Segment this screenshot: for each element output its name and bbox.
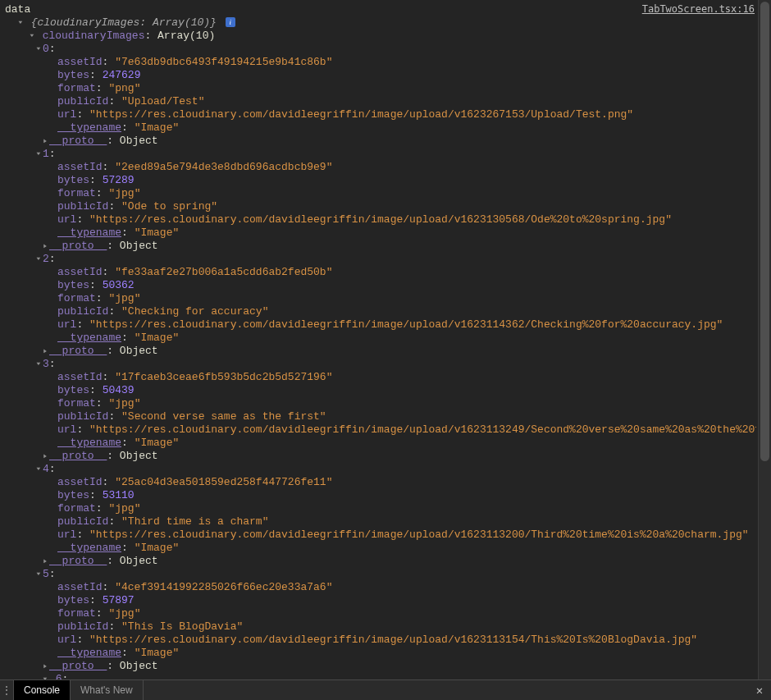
prop-format[interactable]: format: "png" <box>5 82 756 95</box>
prop-typename[interactable]: __typename: "Image" <box>5 332 756 345</box>
chevron-right-icon[interactable] <box>41 660 49 673</box>
prop-publicId[interactable]: publicId: "Checking for accuracy" <box>5 305 756 318</box>
prop-format[interactable]: format: "jpg" <box>5 292 756 305</box>
prop-proto[interactable]: __proto__: Object <box>5 450 756 463</box>
prop-typename[interactable]: __typename: "Image" <box>5 226 756 240</box>
array-index-row[interactable]: 0: <box>5 43 756 56</box>
prop-proto[interactable]: __proto__: Object <box>5 240 756 253</box>
prop-format[interactable]: format: "jpg" <box>5 607 756 620</box>
prop-bytes[interactable]: bytes: 247629 <box>5 69 756 82</box>
chevron-down-icon[interactable] <box>28 30 36 43</box>
close-icon[interactable]: ✕ <box>748 680 771 700</box>
prop-format[interactable]: format: "jpg" <box>5 187 756 200</box>
prop-assetId[interactable]: assetId: "4cef39141992285026f66ec20e33a7… <box>5 581 756 594</box>
root-label[interactable]: data <box>5 3 756 16</box>
devtools-console-output: TabTwoScreen.tsx:16 data {cloudinaryImag… <box>0 0 771 700</box>
chevron-down-icon[interactable] <box>34 43 43 56</box>
array-index-row[interactable]: 5: <box>5 568 756 581</box>
array-index-row[interactable]: 2: <box>5 253 756 266</box>
chevron-right-icon[interactable] <box>41 345 49 358</box>
prop-publicId[interactable]: publicId: "Third time is a charm" <box>5 515 756 528</box>
prop-typename[interactable]: __typename: "Image" <box>5 647 756 660</box>
prop-typename[interactable]: __typename: "Image" <box>5 542 756 555</box>
chevron-down-icon[interactable] <box>34 358 43 371</box>
tab-whats-new[interactable]: What's New <box>71 680 144 700</box>
array-index-row[interactable]: 1: <box>5 148 756 161</box>
prop-assetId[interactable]: assetId: "17fcaeb3ceae6fb593b5dc2b5d5271… <box>5 371 756 384</box>
prop-bytes[interactable]: bytes: 57289 <box>5 174 756 187</box>
array-row[interactable]: cloudinaryImages: Array(10) <box>5 30 756 43</box>
chevron-right-icon[interactable] <box>41 135 49 148</box>
prop-bytes[interactable]: bytes: 50362 <box>5 279 756 292</box>
prop-assetId[interactable]: assetId: "7e63db9dbc6493f49194215e9b41c8… <box>5 56 756 69</box>
prop-url[interactable]: url: "https://res.cloudinary.com/davidle… <box>5 423 756 437</box>
chevron-down-icon[interactable] <box>16 16 25 30</box>
vertical-scrollbar[interactable] <box>758 0 771 680</box>
object-tree: data {cloudinaryImages: Array(10)} i clo… <box>0 0 756 680</box>
prop-assetId[interactable]: assetId: "2eed89a5e794de3e8dbd696acdbcb9… <box>5 161 756 174</box>
prop-format[interactable]: format: "jpg" <box>5 502 756 515</box>
prop-typename[interactable]: __typename: "Image" <box>5 121 756 135</box>
scrollbar-thumb[interactable] <box>760 2 769 461</box>
prop-url[interactable]: url: "https://res.cloudinary.com/davidle… <box>5 528 756 542</box>
prop-publicId[interactable]: publicId: "Ode to spring" <box>5 200 756 213</box>
prop-proto[interactable]: __proto__: Object <box>5 555 756 568</box>
chevron-right-icon[interactable] <box>41 240 49 253</box>
prop-url[interactable]: url: "https://res.cloudinary.com/davidle… <box>5 634 756 647</box>
prop-bytes[interactable]: bytes: 53110 <box>5 489 756 502</box>
tab-console[interactable]: Console <box>14 680 71 700</box>
prop-format[interactable]: format: "jpg" <box>5 397 756 410</box>
prop-url[interactable]: url: "https://res.cloudinary.com/davidle… <box>5 318 756 332</box>
array-index-row[interactable]: 3: <box>5 358 756 371</box>
prop-bytes[interactable]: bytes: 50439 <box>5 384 756 397</box>
prop-typename[interactable]: __typename: "Image" <box>5 437 756 450</box>
prop-publicId[interactable]: publicId: "Second verse same as the firs… <box>5 410 756 423</box>
prop-publicId[interactable]: publicId: "This Is BlogDavia" <box>5 620 756 634</box>
prop-assetId[interactable]: assetId: "fe33aaf2e27b006a1a5cdd6ab2fed5… <box>5 266 756 279</box>
drawer-menu-icon[interactable]: ⋮ <box>0 680 14 700</box>
chevron-down-icon[interactable] <box>34 148 43 161</box>
prop-proto[interactable]: __proto__: Object <box>5 660 756 673</box>
prop-url[interactable]: url: "https://res.cloudinary.com/davidle… <box>5 213 756 226</box>
chevron-right-icon[interactable] <box>41 555 49 568</box>
prop-assetId[interactable]: assetId: "25ac04d3ea501859ed258f447726fe… <box>5 476 756 489</box>
array-index-row[interactable]: 4: <box>5 463 756 476</box>
drawer-tabs: ⋮ Console What's New ✕ <box>0 679 771 700</box>
prop-proto[interactable]: __proto__: Object <box>5 135 756 148</box>
chevron-down-icon[interactable] <box>34 463 43 476</box>
chevron-right-icon[interactable] <box>41 450 49 463</box>
prop-publicId[interactable]: publicId: "Upload/Test" <box>5 95 756 108</box>
info-icon[interactable]: i <box>226 17 235 27</box>
chevron-down-icon[interactable] <box>34 568 43 581</box>
root-summary-row[interactable]: {cloudinaryImages: Array(10)} i <box>5 16 756 30</box>
prop-bytes[interactable]: bytes: 57897 <box>5 594 756 607</box>
chevron-down-icon[interactable] <box>34 253 43 266</box>
prop-url[interactable]: url: "https://res.cloudinary.com/davidle… <box>5 108 756 121</box>
prop-proto[interactable]: __proto__: Object <box>5 345 756 358</box>
